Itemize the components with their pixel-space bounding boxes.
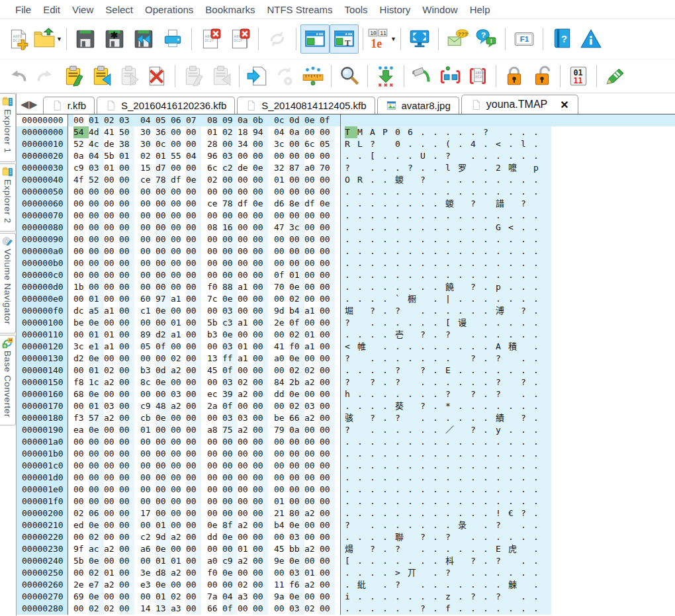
- hex-byte-cell[interactable]: 0f: [222, 365, 238, 376]
- menu-item-view[interactable]: View: [66, 4, 99, 15]
- hex-text-cell[interactable]: .: [471, 543, 483, 555]
- hex-byte-cell[interactable]: 00: [320, 329, 335, 341]
- hex-text-cell[interactable]: .: [420, 496, 433, 507]
- hex-byte-cell[interactable]: 00: [140, 210, 156, 222]
- hex-byte-cell[interactable]: 00: [320, 555, 335, 567]
- hex-byte-cell[interactable]: 00: [119, 257, 134, 269]
- hex-byte-cell[interactable]: 00: [253, 496, 268, 507]
- hex-byte-cell[interactable]: 00: [289, 496, 304, 507]
- hex-byte-cell[interactable]: 2e: [73, 579, 89, 591]
- hex-text-cell[interactable]: ?: [496, 591, 508, 603]
- hex-text-cell[interactable]: 4: [471, 138, 483, 150]
- hex-text-cell[interactable]: .: [370, 448, 382, 460]
- hex-text-cell[interactable]: .: [521, 496, 533, 507]
- hex-text-cell[interactable]: .: [408, 257, 420, 269]
- hex-text-cell[interactable]: .: [345, 257, 357, 269]
- hex-byte-cell[interactable]: 60: [140, 293, 156, 305]
- hex-byte-cell[interactable]: 7c: [207, 293, 222, 305]
- hex-byte-cell[interactable]: 02: [289, 293, 304, 305]
- hex-text-cell[interactable]: .: [496, 329, 508, 341]
- hex-byte-cell[interactable]: 00: [253, 507, 268, 519]
- hex-byte-cell[interactable]: 00: [253, 531, 268, 543]
- hex-text-cell[interactable]: .: [458, 269, 471, 281]
- hex-byte-cell[interactable]: 00: [238, 305, 253, 317]
- hex-byte-cell[interactable]: 13: [207, 353, 222, 365]
- hex-byte-cell[interactable]: 00: [304, 531, 320, 543]
- hex-byte-cell[interactable]: 00: [320, 365, 335, 376]
- hex-text-cell[interactable]: .: [420, 305, 433, 317]
- hex-byte-cell[interactable]: 00: [304, 388, 320, 400]
- hex-text-cell[interactable]: .: [408, 388, 420, 400]
- hex-byte-cell[interactable]: 00: [238, 496, 253, 507]
- hex-byte-cell[interactable]: 00: [222, 186, 238, 198]
- hex-text-cell[interactable]: .: [370, 567, 382, 579]
- hex-byte-cell[interactable]: 00: [304, 126, 320, 138]
- hex-byte-cell[interactable]: 00: [207, 436, 222, 448]
- hex-byte-cell[interactable]: 00: [171, 424, 186, 436]
- hex-byte-cell[interactable]: 13: [156, 603, 171, 615]
- hex-byte-cell[interactable]: 50: [119, 126, 134, 138]
- hex-byte-cell[interactable]: 00: [320, 293, 335, 305]
- hex-byte-cell[interactable]: 00: [320, 484, 335, 496]
- hex-byte-cell[interactable]: 00: [119, 519, 134, 531]
- hex-byte-cell[interactable]: 01: [156, 591, 171, 603]
- hex-byte-cell[interactable]: 00: [119, 234, 134, 245]
- hex-text-cell[interactable]: *: [445, 400, 458, 412]
- hex-byte-cell[interactable]: 00: [140, 269, 156, 281]
- hex-text-cell[interactable]: .: [433, 591, 445, 603]
- hex-byte-cell[interactable]: 00: [171, 341, 186, 353]
- hex-byte-cell[interactable]: 00: [140, 222, 156, 234]
- hex-byte-cell[interactable]: 00: [320, 496, 335, 507]
- hex-text-cell[interactable]: .: [420, 341, 433, 353]
- hex-text-cell[interactable]: .: [395, 448, 408, 460]
- hex-byte-cell[interactable]: 96: [207, 150, 222, 162]
- edit-pencil-button[interactable]: [601, 63, 629, 89]
- hex-text-cell[interactable]: M: [357, 126, 370, 138]
- hex-byte-cell[interactable]: 00: [238, 365, 253, 376]
- hex-byte-cell[interactable]: d2: [156, 329, 171, 341]
- hex-text-cell[interactable]: ?: [395, 305, 408, 317]
- hex-text-cell[interactable]: .: [533, 150, 546, 162]
- hex-text-cell[interactable]: .: [370, 460, 382, 472]
- document-tab-youna.tmap[interactable]: youna.TMAP✕: [461, 95, 578, 114]
- hex-byte-cell[interactable]: 02: [104, 365, 119, 376]
- hex-byte-cell[interactable]: 00: [238, 245, 253, 257]
- hex-byte-cell[interactable]: 03: [222, 150, 238, 162]
- hex-text-cell[interactable]: [357, 317, 370, 329]
- hex-text-cell[interactable]: .: [395, 257, 408, 269]
- hex-byte-cell[interactable]: 0e: [89, 519, 104, 531]
- hex-text-cell[interactable]: .: [471, 257, 483, 269]
- hex-text-cell[interactable]: .: [533, 174, 546, 186]
- hex-text-cell[interactable]: E: [496, 543, 508, 555]
- hex-text-cell[interactable]: .: [521, 519, 533, 531]
- hex-text-cell[interactable]: .: [496, 150, 508, 162]
- hex-byte-cell[interactable]: 66: [289, 412, 304, 424]
- hex-byte-cell[interactable]: 00: [156, 281, 171, 293]
- hex-text-cell[interactable]: .: [420, 317, 433, 329]
- hex-text-cell[interactable]: T: [345, 126, 357, 138]
- hex-byte-cell[interactable]: 00: [274, 400, 289, 412]
- hex-byte-cell[interactable]: 00: [140, 317, 156, 329]
- hex-text-cell[interactable]: >: [395, 567, 408, 579]
- hex-text-cell[interactable]: .: [533, 531, 546, 543]
- hex-text-cell[interactable]: .: [345, 234, 357, 245]
- hex-byte-cell[interactable]: 00: [104, 257, 119, 269]
- hex-text-cell[interactable]: .: [521, 365, 533, 376]
- binary-keys-button[interactable]: 0111: [564, 63, 592, 89]
- hex-byte-cell[interactable]: 00: [274, 245, 289, 257]
- hex-byte-cell[interactable]: 00: [238, 603, 253, 615]
- hex-byte-cell[interactable]: 00: [253, 257, 268, 269]
- hex-text-cell[interactable]: .: [521, 603, 533, 615]
- hex-text-cell[interactable]: P: [382, 126, 395, 138]
- hex-byte-cell[interactable]: 00: [140, 353, 156, 365]
- hex-byte-cell[interactable]: 00: [222, 496, 238, 507]
- hex-byte-cell[interactable]: 70: [274, 281, 289, 293]
- menu-item-tools[interactable]: Tools: [339, 4, 374, 15]
- hex-text-cell[interactable]: .: [483, 162, 496, 174]
- hex-byte-cell[interactable]: 03: [171, 388, 186, 400]
- hex-byte-cell[interactable]: 36: [156, 126, 171, 138]
- hex-byte-cell[interactable]: 00: [186, 353, 201, 365]
- hex-text-cell[interactable]: .: [433, 245, 445, 257]
- hex-text-cell[interactable]: .: [508, 424, 521, 436]
- hex-byte-cell[interactable]: 00: [104, 388, 119, 400]
